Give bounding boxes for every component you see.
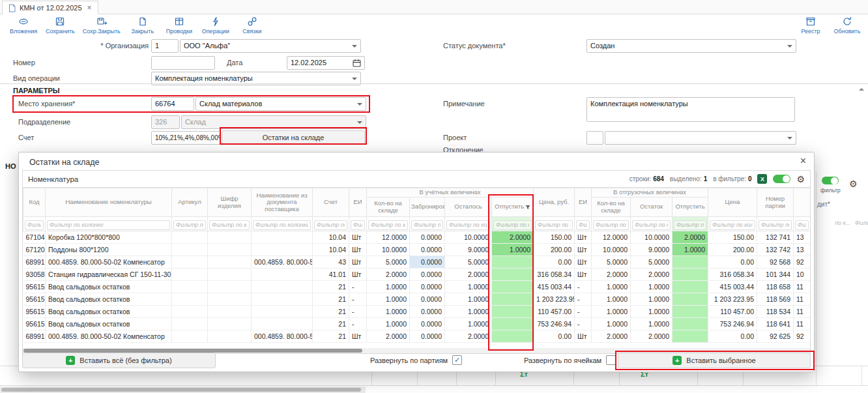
stock-cell[interactable]: 13 [794, 231, 810, 243]
stock-cell[interactable]: 12.0000 [367, 231, 410, 243]
stock-cell[interactable]: 5.0000 [631, 255, 673, 268]
stock-cell[interactable]: Поддоны 800*1200 [46, 243, 172, 255]
stock-cell[interactable]: 93058 [23, 268, 46, 280]
table-filter-toggle[interactable] [773, 175, 790, 183]
column-header[interactable]: Номер партии [757, 188, 794, 217]
stock-cell[interactable] [492, 268, 534, 280]
stock-cell[interactable]: 1.0000 [445, 293, 492, 305]
stock-cell[interactable] [673, 293, 708, 305]
stock-cell[interactable]: 118 641 [757, 317, 794, 330]
column-header[interactable]: Отпустить [673, 197, 708, 217]
stock-cell[interactable]: - [349, 280, 367, 293]
column-filter-input[interactable] [710, 220, 755, 230]
stock-cell[interactable]: 5.0000 [367, 255, 410, 268]
refresh-button[interactable]: Обновить [833, 16, 861, 35]
column-header[interactable]: Цена [708, 188, 757, 217]
stock-cell[interactable]: 2.0000 [445, 330, 492, 342]
column-filter-input[interactable] [795, 220, 809, 230]
stock-cell[interactable] [172, 280, 208, 293]
collapse-section-icon[interactable] [859, 88, 864, 91]
stock-cell[interactable]: 10.0000 [367, 243, 410, 255]
stock-cell[interactable]: 2.0000 [445, 268, 492, 280]
links-button[interactable]: Связки [238, 16, 267, 35]
stock-row[interactable]: 95615Ввод сальдовых остатков21-1.00000.0… [23, 317, 811, 330]
stock-cell[interactable]: 11 [794, 305, 810, 317]
column-filter-input[interactable] [535, 220, 573, 230]
stock-cell[interactable]: 43 [313, 255, 349, 268]
stock-cell[interactable] [208, 231, 252, 243]
column-header[interactable]: Осталось [445, 197, 492, 217]
stock-cell[interactable]: 0.0000 [410, 317, 445, 330]
attachments-button[interactable]: Вложения [9, 16, 38, 35]
stock-balance-button[interactable]: Остатки на складе [222, 130, 365, 145]
stock-row[interactable]: 95615Ввод сальдовых остатков21-1.00000.0… [23, 305, 811, 317]
stock-cell[interactable]: Шт [575, 243, 592, 255]
stock-cell[interactable]: 415 003.44 [708, 280, 757, 293]
tab-close-icon[interactable]: × [87, 3, 92, 12]
stock-cell[interactable]: 11 [794, 317, 810, 330]
column-header[interactable]: Забронирована [410, 197, 445, 217]
stock-cell[interactable] [673, 268, 708, 280]
close-document-button[interactable]: Закрыть [128, 16, 157, 35]
stock-cell[interactable]: 1.0000 [367, 293, 410, 305]
column-filter-input[interactable] [411, 220, 443, 230]
stock-cell[interactable]: 9.0000 [631, 243, 673, 255]
stock-cell[interactable] [252, 243, 313, 255]
stock-cell[interactable] [252, 317, 313, 330]
column-filter-input[interactable] [759, 220, 792, 230]
stock-cell[interactable]: 11 [794, 280, 810, 293]
column-filter-input[interactable] [47, 220, 170, 230]
stock-cell[interactable]: Ввод сальдовых остатков [46, 293, 172, 305]
column-header[interactable]: Цена, руб. [534, 188, 575, 217]
stock-cell[interactable] [492, 255, 534, 268]
stock-cell[interactable] [252, 293, 313, 305]
column-filter-input[interactable] [493, 220, 532, 230]
stock-cell[interactable] [172, 305, 208, 317]
column-filter-input[interactable] [209, 220, 250, 230]
page-horizontal-scrollbar[interactable] [0, 386, 366, 393]
stock-cell[interactable]: - [575, 305, 592, 317]
stock-cell[interactable]: 1.0000 [631, 293, 673, 305]
stock-cell[interactable]: 200.00 [708, 243, 757, 255]
stock-cell[interactable]: Ввод сальдовых остатков [46, 305, 172, 317]
operations-button[interactable]: Операции [201, 16, 230, 35]
stock-cell[interactable]: 415 003.44 [534, 280, 575, 293]
stock-cell[interactable]: 2.0000 [631, 330, 673, 342]
stock-cell[interactable]: 95615 [23, 305, 46, 317]
project-code-input[interactable] [586, 131, 603, 145]
save-button[interactable]: Сохранить [46, 16, 75, 35]
note-textarea[interactable]: Комплектация номенклатуры [586, 97, 795, 122]
stock-row[interactable]: 95615Ввод сальдовых остатков21-1.00000.0… [23, 293, 811, 305]
stock-cell[interactable]: 1.0000 [367, 280, 410, 293]
stock-cell[interactable]: Шт [349, 243, 367, 255]
stock-cell[interactable]: 1.0000 [445, 317, 492, 330]
organization-select[interactable]: ООО "Альфа" [180, 39, 361, 53]
stock-cell[interactable]: 150.00 [534, 231, 575, 243]
number-input[interactable] [151, 56, 215, 70]
background-settings-gear-icon[interactable]: ⚙ [849, 179, 858, 188]
column-filter-input[interactable] [593, 220, 629, 230]
insert-all-button[interactable]: +Вставить всё (без фильтра) [22, 353, 216, 368]
stock-cell[interactable]: Шт [575, 255, 592, 268]
column-filter-input[interactable] [314, 220, 347, 230]
stock-cell[interactable]: 2.0000 [673, 231, 708, 243]
stock-cell[interactable]: 2.0000 [592, 330, 631, 342]
stock-cell[interactable]: 1.0000 [492, 243, 534, 255]
stock-cell[interactable]: 10.04 [313, 243, 349, 255]
stock-cell[interactable]: 1 203 223.95 [708, 293, 757, 305]
account-input[interactable]: 10%,21%,4%,08%,00% [151, 131, 220, 145]
stock-cell[interactable]: 11 [794, 293, 810, 305]
stock-cell[interactable]: 21 [313, 317, 349, 330]
stock-cell[interactable]: 67120 [23, 243, 46, 255]
stock-cell[interactable]: 000.4859. 80.000-50... [252, 255, 313, 268]
stock-cell[interactable]: 13 [794, 243, 810, 255]
excel-export-icon[interactable]: X [757, 174, 767, 184]
status-select[interactable]: Создан [586, 39, 796, 53]
stock-cell[interactable]: Шт [349, 268, 367, 280]
stock-cell[interactable]: 1.0000 [367, 317, 410, 330]
stock-cell[interactable]: 1.0000 [592, 305, 631, 317]
stock-cell[interactable]: - [349, 305, 367, 317]
column-filter-input[interactable] [368, 220, 408, 230]
stock-cell[interactable] [492, 293, 534, 305]
stock-cell[interactable]: 1.0000 [592, 280, 631, 293]
